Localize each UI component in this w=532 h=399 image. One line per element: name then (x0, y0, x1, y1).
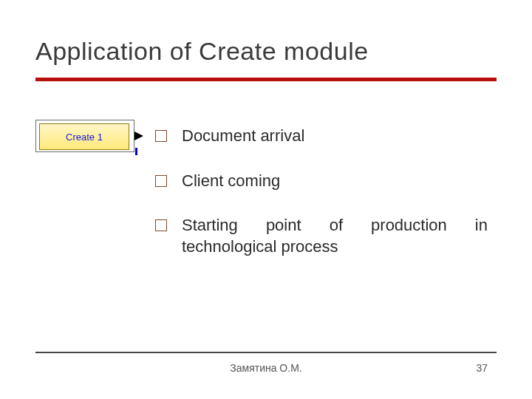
checkbox-icon (155, 175, 167, 187)
create-module-label: Create 1 (66, 132, 103, 143)
list-item: Document arrival (155, 126, 488, 147)
list-item: Starting point of production in technolo… (155, 215, 488, 257)
bullet-list: Document arrival Client coming Starting … (155, 126, 488, 281)
checkbox-icon (155, 219, 167, 231)
footer-divider (35, 352, 497, 353)
list-item: Client coming (155, 171, 488, 192)
title-underline (35, 78, 497, 81)
create-module-block: Create 1 (35, 120, 134, 152)
slide: Application of Create module Create 1 Do… (0, 0, 532, 399)
bullet-text: Client coming (182, 171, 488, 192)
create-module-inner: Create 1 (39, 123, 129, 150)
svg-marker-0 (134, 132, 143, 140)
footer-author: Замятина О.М. (0, 362, 532, 374)
arrow-icon (134, 132, 145, 142)
bullet-text: Document arrival (182, 126, 488, 147)
checkbox-icon (155, 130, 167, 142)
page-title: Application of Create module (35, 37, 369, 66)
page-number: 37 (476, 362, 488, 374)
connector-tick (135, 148, 137, 155)
bullet-text: Starting point of production in technolo… (182, 215, 488, 257)
